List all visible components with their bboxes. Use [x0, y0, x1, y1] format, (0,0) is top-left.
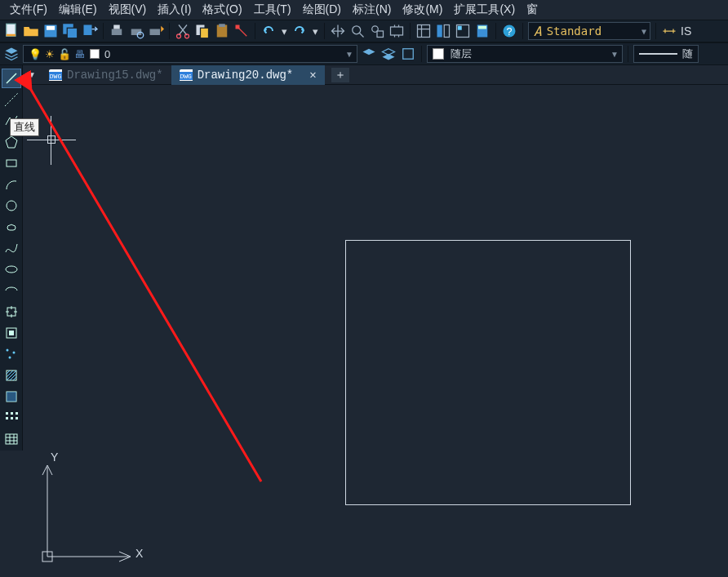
- dwg-file-icon: DWG: [49, 69, 62, 81]
- ellipse-tool[interactable]: [2, 260, 21, 279]
- region-tool[interactable]: [2, 408, 21, 428]
- properties-icon[interactable]: [415, 23, 432, 39]
- color-swatch: [433, 48, 444, 60]
- paste-icon[interactable]: [214, 23, 230, 39]
- separator: [421, 46, 422, 62]
- print-icon[interactable]: [109, 23, 125, 39]
- redo-dropdown-icon[interactable]: ▾: [311, 23, 319, 39]
- menu-bar: 文件(F) 编辑(E) 视图(V) 插入(I) 格式(O) 工具(T) 绘图(D…: [0, 0, 728, 20]
- zoom-icon[interactable]: [349, 23, 366, 39]
- svg-rect-53: [16, 417, 18, 419]
- document-tabs: ▼ DWG Drawing15.dwg* DWG Drawing20.dwg* …: [0, 65, 728, 85]
- svg-point-37: [7, 201, 16, 211]
- make-block-tool[interactable]: [2, 323, 21, 343]
- drawing-canvas[interactable]: Y X: [23, 85, 728, 577]
- svg-rect-47: [7, 392, 16, 402]
- design-center-icon[interactable]: [435, 23, 451, 39]
- close-tab-icon[interactable]: ✕: [309, 68, 316, 82]
- svg-point-19: [353, 26, 361, 34]
- color-combo[interactable]: 随层 ▼: [427, 45, 623, 63]
- document-tab-inactive[interactable]: DWG Drawing15.dwg*: [41, 65, 171, 85]
- open-folder-icon[interactable]: [23, 23, 39, 39]
- linetype-combo[interactable]: 随: [633, 45, 699, 63]
- circle-tool[interactable]: [2, 196, 21, 215]
- rectangle-tool[interactable]: [2, 153, 21, 173]
- menu-paint[interactable]: 绘图(D): [298, 1, 346, 19]
- spline-tool[interactable]: [2, 238, 21, 258]
- save-icon[interactable]: [42, 23, 59, 39]
- separator: [495, 23, 496, 39]
- layer-iso-icon[interactable]: [400, 46, 416, 62]
- layer-combo[interactable]: 💡 ☀ 🔓 🖶 0 ▼: [23, 45, 357, 63]
- tool-palettes-icon[interactable]: [455, 23, 471, 39]
- arc-tool[interactable]: [2, 175, 21, 194]
- new-file-icon[interactable]: [3, 23, 20, 39]
- svg-rect-25: [444, 25, 449, 38]
- document-tab-active[interactable]: DWG Drawing20.dwg* ✕: [171, 65, 325, 85]
- menu-modify[interactable]: 修改(M): [397, 1, 447, 19]
- publish-icon[interactable]: [148, 23, 164, 39]
- redo-icon[interactable]: [291, 23, 308, 39]
- menu-dimension[interactable]: 标注(N): [348, 1, 396, 19]
- linetype-sample: [639, 53, 677, 55]
- svg-rect-6: [84, 25, 92, 36]
- menu-ext-tools[interactable]: 扩展工具(X): [449, 1, 520, 19]
- svg-rect-49: [11, 412, 13, 415]
- separator: [410, 23, 411, 39]
- zoom-window-icon[interactable]: [369, 23, 385, 39]
- menu-window[interactable]: 窗: [522, 1, 543, 19]
- svg-line-34: [5, 93, 18, 106]
- print-preview-icon[interactable]: [128, 23, 144, 39]
- separator: [324, 23, 325, 39]
- text-style-combo[interactable]: A Standard ▼: [528, 22, 650, 40]
- undo-dropdown-icon[interactable]: ▾: [280, 23, 288, 39]
- menu-format[interactable]: 格式(O): [198, 1, 246, 19]
- layer-previous-icon[interactable]: [361, 46, 377, 62]
- line-tool[interactable]: [2, 69, 21, 88]
- undo-icon[interactable]: [260, 23, 277, 39]
- print-layer-icon: 🖶: [74, 48, 85, 60]
- chevron-down-icon: ▼: [641, 27, 646, 36]
- layer-name: 0: [104, 48, 110, 60]
- chevron-down-icon: ▼: [610, 50, 619, 59]
- ellipse-arc-tool[interactable]: [2, 281, 21, 300]
- svg-rect-21: [377, 31, 384, 38]
- svg-rect-54: [6, 434, 17, 444]
- svg-point-38: [6, 266, 17, 273]
- save-all-icon[interactable]: [62, 23, 78, 39]
- dim-style-icon[interactable]: [661, 23, 677, 39]
- construction-line-tool[interactable]: [2, 90, 21, 109]
- menu-file[interactable]: 文件(F): [5, 1, 52, 19]
- svg-rect-17: [219, 24, 225, 27]
- document-tab-label: Drawing15.dwg*: [67, 69, 163, 82]
- lock-icon: 🔓: [58, 48, 71, 60]
- tab-list-dropdown[interactable]: ▼: [23, 66, 41, 84]
- insert-block-tool[interactable]: [2, 302, 21, 322]
- menu-insert[interactable]: 插入(I): [153, 1, 196, 19]
- layer-state-icon[interactable]: [380, 46, 397, 62]
- help-icon[interactable]: ?: [501, 23, 517, 39]
- menu-tools[interactable]: 工具(T): [249, 1, 296, 19]
- menu-view[interactable]: 视图(V): [104, 1, 152, 19]
- svg-rect-15: [201, 28, 209, 38]
- cut-icon[interactable]: [175, 23, 191, 39]
- zoom-extents-icon[interactable]: [388, 23, 405, 39]
- gradient-tool[interactable]: [2, 387, 21, 406]
- svg-rect-5: [67, 28, 78, 38]
- point-tool[interactable]: [2, 344, 21, 364]
- pan-icon[interactable]: [330, 23, 346, 39]
- match-icon[interactable]: [233, 23, 250, 39]
- copy-icon[interactable]: [194, 23, 211, 39]
- table-tool[interactable]: [2, 429, 21, 449]
- svg-marker-35: [6, 136, 17, 148]
- toolbar-layers: 💡 ☀ 🔓 🖶 0 ▼ 随层 ▼ 随: [0, 42, 728, 65]
- layer-manager-icon[interactable]: [3, 46, 20, 62]
- export-icon[interactable]: [82, 23, 98, 39]
- new-tab-button[interactable]: ＋: [331, 68, 349, 82]
- calculator-icon[interactable]: [474, 23, 491, 39]
- svg-rect-22: [391, 27, 403, 35]
- svg-rect-32: [403, 49, 414, 60]
- menu-edit[interactable]: 编辑(E): [54, 1, 102, 19]
- hatch-tool[interactable]: [2, 366, 21, 385]
- revcloud-tool[interactable]: [2, 217, 21, 237]
